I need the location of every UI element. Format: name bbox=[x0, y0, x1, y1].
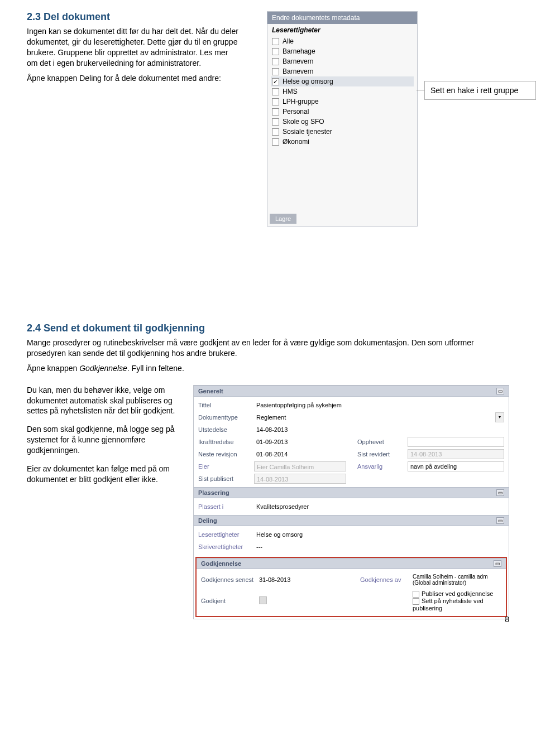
permission-checkbox[interactable]: ✓ bbox=[272, 78, 279, 85]
neste-label: Neste revisjon bbox=[198, 451, 254, 458]
permission-row[interactable]: Skole og SFO bbox=[271, 117, 414, 127]
section-header-godkjennelse[interactable]: Godkjennelse ▭ bbox=[197, 558, 506, 569]
p2-part-b: Godkjennelse bbox=[79, 364, 127, 373]
ikraft-value[interactable]: 01-09-2013 bbox=[254, 437, 346, 446]
save-button[interactable]: Lagre bbox=[270, 214, 296, 224]
opphevet-label: Opphevet bbox=[357, 439, 408, 445]
section-header-deling-label: Deling bbox=[198, 517, 217, 524]
permission-label: Barnevern bbox=[283, 68, 313, 75]
metadata-panel-header: Endre dokumentets metadata bbox=[267, 12, 417, 24]
collapse-icon[interactable]: ▭ bbox=[494, 560, 501, 567]
skriver-label[interactable]: Skriverettigheter bbox=[198, 543, 254, 550]
newslist-checkbox[interactable] bbox=[413, 598, 419, 605]
publish-checkbox[interactable] bbox=[413, 591, 419, 598]
permission-row[interactable]: ✓Helse og omsorg bbox=[271, 76, 414, 86]
godkj-senest-value[interactable]: 31-08-2013 bbox=[257, 575, 349, 584]
godkj-av-value: Camilla Solheim - camilla adm (Global ad… bbox=[410, 572, 501, 587]
metadata-panel-subheader: Leserettigheter bbox=[267, 24, 417, 35]
opphevet-input[interactable] bbox=[408, 437, 504, 447]
metadata-panel: Endre dokumentets metadata Leserettighet… bbox=[267, 11, 418, 227]
utstedelse-value[interactable]: 14-08-2013 bbox=[254, 425, 346, 434]
permission-row[interactable]: Barnevern bbox=[271, 66, 414, 76]
sistrev-label: Sist revidert bbox=[357, 451, 408, 458]
permission-row[interactable]: Barnehage bbox=[271, 46, 414, 56]
permission-row[interactable]: LPH-gruppe bbox=[271, 97, 414, 107]
section-header-deling[interactable]: Deling ▭ bbox=[194, 515, 509, 526]
trash-icon[interactable] bbox=[259, 596, 267, 604]
ansvarlig-label[interactable]: Ansvarlig bbox=[357, 463, 408, 470]
sistpub-value: 14-08-2013 bbox=[254, 474, 346, 484]
permission-label: Skole og SFO bbox=[283, 118, 324, 126]
permission-row[interactable]: Personal bbox=[271, 107, 414, 117]
sistrev-value: 14-08-2013 bbox=[408, 449, 504, 459]
section-2-3-heading: 2.3 Del dokument bbox=[27, 11, 239, 23]
permission-checkbox[interactable] bbox=[272, 58, 279, 65]
permission-label: Økonomi bbox=[283, 138, 309, 146]
plassert-value[interactable]: Kvalitetsprosedyrer bbox=[254, 502, 504, 511]
permission-row[interactable]: Alle bbox=[271, 36, 414, 46]
ansvarlig-value[interactable]: navn på avdeling bbox=[408, 461, 504, 471]
doktype-dropdown-icon[interactable]: ▾ bbox=[495, 412, 504, 422]
sistpub-label: Sist publisert bbox=[198, 475, 254, 482]
permission-row[interactable]: Sosiale tjenester bbox=[271, 127, 414, 137]
approval-highlight-box: Godkjennelse ▭ Godkjennes senest 31-08-2… bbox=[195, 557, 507, 617]
section-header-generelt-label: Generelt bbox=[198, 388, 223, 394]
approval-options: Publiser ved godkjennelse Sett på nyhets… bbox=[410, 589, 501, 613]
doktype-label: Dokumenttype bbox=[198, 414, 254, 421]
callout-connector bbox=[417, 90, 424, 90]
godkjent-label: Godkjent bbox=[201, 598, 257, 604]
permission-checkbox[interactable] bbox=[272, 48, 279, 55]
permission-label: Barnehage bbox=[283, 47, 315, 55]
permission-checkbox[interactable] bbox=[272, 108, 279, 115]
godkjent-value bbox=[257, 595, 349, 606]
permission-checkbox[interactable] bbox=[272, 118, 279, 126]
collapse-icon[interactable]: ▭ bbox=[496, 517, 504, 524]
section-2-3-p2: Åpne knappen Deling for å dele dokumente… bbox=[27, 73, 239, 84]
collapse-icon[interactable]: ▭ bbox=[496, 388, 504, 394]
ikraft-label: Ikrafttredelse bbox=[198, 439, 254, 445]
p2-part-a: Åpne knappen bbox=[27, 364, 79, 373]
eier-label[interactable]: Eier bbox=[198, 463, 254, 470]
p2-part-c: . Fyll inn feltene. bbox=[127, 364, 184, 373]
permission-label: Barnevern bbox=[283, 57, 313, 65]
permission-checkbox[interactable] bbox=[272, 128, 279, 136]
godkj-av-label[interactable]: Godkjennes av bbox=[360, 576, 410, 583]
permission-label: Personal bbox=[283, 108, 309, 115]
permission-label: Alle bbox=[283, 37, 294, 45]
eier-value: Eier Camilla Solheim bbox=[254, 461, 346, 471]
permission-row[interactable]: HMS bbox=[271, 86, 414, 97]
leser-label[interactable]: Leserettigheter bbox=[198, 531, 254, 538]
permission-row[interactable]: Økonomi bbox=[271, 137, 414, 147]
neste-value[interactable]: 01-08-2014 bbox=[254, 450, 346, 459]
permission-row[interactable]: Barnevern bbox=[271, 56, 414, 66]
leser-value: Helse og omsorg bbox=[254, 530, 504, 539]
permission-label: HMS bbox=[283, 88, 298, 95]
section-header-generelt[interactable]: Generelt ▭ bbox=[194, 386, 509, 397]
lower-left-p3: Eier av dokumentet kan følge med på om d… bbox=[27, 464, 183, 485]
permission-checkbox[interactable] bbox=[272, 38, 279, 45]
godkj-senest-label: Godkjennes senest bbox=[201, 576, 257, 583]
permission-label: LPH-gruppe bbox=[283, 98, 319, 105]
permission-checkbox[interactable] bbox=[272, 138, 279, 146]
section-2-4-p1: Mange prosedyrer og rutinebeskrivelser m… bbox=[27, 338, 509, 359]
section-header-godkjennelse-label: Godkjennelse bbox=[201, 560, 241, 567]
permission-checkbox[interactable] bbox=[272, 68, 279, 75]
permission-checkbox[interactable] bbox=[272, 98, 279, 105]
permission-label: Helse og omsorg bbox=[283, 78, 333, 85]
permission-label: Sosiale tjenester bbox=[283, 128, 332, 136]
utstedelse-label: Utstedelse bbox=[198, 426, 254, 433]
newslist-option-label: Sett på nyhetsliste ved publisering bbox=[413, 598, 484, 611]
section-header-plassering[interactable]: Plassering ▭ bbox=[194, 487, 509, 498]
tittel-label: Tittel bbox=[198, 402, 254, 408]
section-2-4-p2: Åpne knappen Godkjennelse. Fyll inn felt… bbox=[27, 363, 509, 374]
skriver-value: --- bbox=[254, 542, 504, 551]
lower-left-p2: Den som skal godkjenne, må logge seg på … bbox=[27, 424, 183, 456]
section-2-3-p1: Ingen kan se dokumentet ditt før du har … bbox=[27, 26, 239, 69]
permission-checkbox[interactable] bbox=[272, 88, 279, 95]
page-number: 8 bbox=[505, 615, 509, 624]
tittel-value[interactable]: Pasientoppfølging på sykehjem bbox=[254, 401, 504, 410]
collapse-icon[interactable]: ▭ bbox=[496, 489, 504, 496]
doktype-value[interactable]: Reglement bbox=[254, 413, 495, 422]
section-2-4-heading: 2.4 Send et dokument til godkjenning bbox=[27, 322, 509, 334]
plassert-label[interactable]: Plassert i bbox=[198, 503, 254, 510]
